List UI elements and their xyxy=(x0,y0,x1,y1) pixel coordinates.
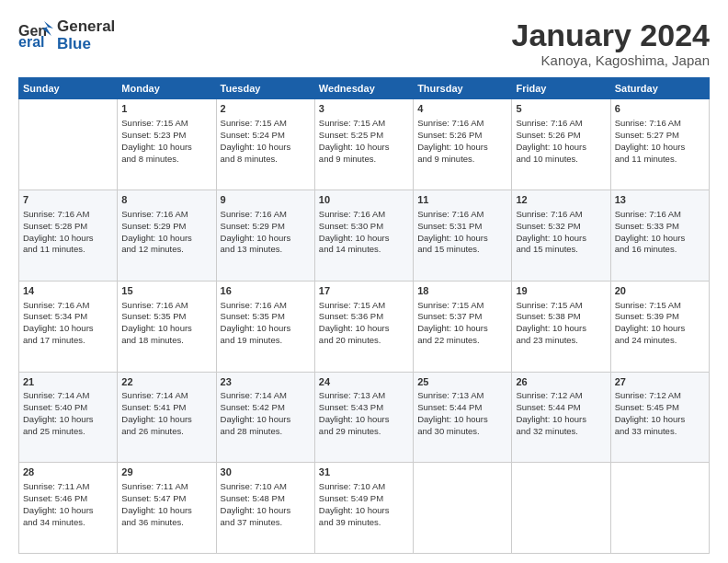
day-info-line: Sunrise: 7:16 AM xyxy=(615,209,705,221)
calendar-cell xyxy=(512,463,610,554)
day-info-line: Daylight: 10 hours xyxy=(221,414,311,426)
calendar-cell: 4Sunrise: 7:16 AMSunset: 5:26 PMDaylight… xyxy=(414,99,512,190)
day-info-line: and 24 minutes. xyxy=(615,335,705,347)
calendar-table: SundayMondayTuesdayWednesdayThursdayFrid… xyxy=(18,77,710,554)
day-number: 4 xyxy=(417,102,507,116)
calendar-cell: 3Sunrise: 7:15 AMSunset: 5:25 PMDaylight… xyxy=(314,99,413,190)
day-info-line: Sunset: 5:34 PM xyxy=(23,311,113,323)
calendar-header-row: SundayMondayTuesdayWednesdayThursdayFrid… xyxy=(19,78,710,99)
day-number: 3 xyxy=(319,102,409,116)
calendar-cell: 6Sunrise: 7:16 AMSunset: 5:27 PMDaylight… xyxy=(610,99,709,190)
calendar-cell: 1Sunrise: 7:15 AMSunset: 5:23 PMDaylight… xyxy=(118,99,216,190)
day-number: 16 xyxy=(221,284,311,298)
day-info-line: and 19 minutes. xyxy=(221,335,311,347)
day-info-line: and 36 minutes. xyxy=(121,517,211,529)
day-number: 26 xyxy=(516,375,606,389)
day-info-line: Sunset: 5:24 PM xyxy=(221,130,311,142)
day-info-line: Sunrise: 7:16 AM xyxy=(516,209,606,221)
day-info-line: Sunset: 5:41 PM xyxy=(121,402,211,414)
day-info-line: Sunrise: 7:16 AM xyxy=(516,118,606,130)
day-info-line: and 34 minutes. xyxy=(23,517,113,529)
calendar-cell: 2Sunrise: 7:15 AMSunset: 5:24 PMDaylight… xyxy=(216,99,314,190)
day-info-line: Sunrise: 7:15 AM xyxy=(319,300,409,312)
day-info-line: Sunrise: 7:15 AM xyxy=(319,118,409,130)
day-info-line: Sunset: 5:30 PM xyxy=(319,221,409,233)
calendar-cell: 29Sunrise: 7:11 AMSunset: 5:47 PMDayligh… xyxy=(118,463,216,554)
day-info-line: Sunrise: 7:16 AM xyxy=(221,209,311,221)
day-info-line: and 8 minutes. xyxy=(221,154,311,166)
logo-icon: Gen eral xyxy=(18,19,53,52)
day-number: 29 xyxy=(121,465,211,479)
day-info-line: and 12 minutes. xyxy=(121,244,211,256)
calendar-cell: 13Sunrise: 7:16 AMSunset: 5:33 PMDayligh… xyxy=(610,190,709,282)
day-info-line: and 20 minutes. xyxy=(319,335,409,347)
day-info-line: and 32 minutes. xyxy=(516,426,606,438)
day-info-line: Sunrise: 7:16 AM xyxy=(417,118,507,130)
calendar-cell: 5Sunrise: 7:16 AMSunset: 5:26 PMDaylight… xyxy=(512,99,610,190)
day-info-line: Sunset: 5:28 PM xyxy=(23,221,113,233)
day-info-line: Daylight: 10 hours xyxy=(319,142,409,154)
day-info-line: Sunrise: 7:16 AM xyxy=(23,300,113,312)
day-header-monday: Monday xyxy=(118,78,216,99)
day-info-line: Daylight: 10 hours xyxy=(221,323,311,335)
day-header-wednesday: Wednesday xyxy=(314,78,413,99)
day-info-line: and 23 minutes. xyxy=(516,335,606,347)
calendar-cell: 8Sunrise: 7:16 AMSunset: 5:29 PMDaylight… xyxy=(118,190,216,282)
day-info-line: Sunrise: 7:16 AM xyxy=(417,209,507,221)
day-info-line: Daylight: 10 hours xyxy=(615,323,705,335)
day-info-line: and 18 minutes. xyxy=(121,335,211,347)
calendar-week-1: 7Sunrise: 7:16 AMSunset: 5:28 PMDaylight… xyxy=(19,190,710,282)
day-info-line: Sunset: 5:25 PM xyxy=(319,130,409,142)
day-number: 23 xyxy=(221,375,311,389)
day-info-line: Sunset: 5:43 PM xyxy=(319,402,409,414)
calendar-week-0: 1Sunrise: 7:15 AMSunset: 5:23 PMDaylight… xyxy=(19,99,710,190)
day-number: 8 xyxy=(121,193,211,207)
logo-blue: Blue xyxy=(57,36,115,53)
day-info-line: Daylight: 10 hours xyxy=(23,323,113,335)
day-info-line: Sunrise: 7:14 AM xyxy=(221,390,311,402)
day-info-line: Sunrise: 7:15 AM xyxy=(516,300,606,312)
day-info-line: Sunrise: 7:12 AM xyxy=(516,390,606,402)
day-info-line: Sunset: 5:40 PM xyxy=(23,402,113,414)
day-info-line: and 15 minutes. xyxy=(417,244,507,256)
day-info-line: Sunrise: 7:14 AM xyxy=(121,390,211,402)
day-info-line: and 10 minutes. xyxy=(516,154,606,166)
day-number: 10 xyxy=(319,193,409,207)
header: Gen eral General Blue January 2024 Kanoy… xyxy=(18,18,710,68)
day-info-line: Sunrise: 7:16 AM xyxy=(615,118,705,130)
day-info-line: Sunset: 5:47 PM xyxy=(121,493,211,505)
calendar-cell xyxy=(19,99,118,190)
day-info-line: Daylight: 10 hours xyxy=(615,414,705,426)
page: Gen eral General Blue January 2024 Kanoy… xyxy=(0,0,728,563)
day-info-line: Sunrise: 7:11 AM xyxy=(121,481,211,493)
calendar-cell: 23Sunrise: 7:14 AMSunset: 5:42 PMDayligh… xyxy=(216,372,314,463)
day-header-tuesday: Tuesday xyxy=(216,78,314,99)
day-info-line: Sunrise: 7:16 AM xyxy=(23,209,113,221)
day-info-line: Daylight: 10 hours xyxy=(417,142,507,154)
day-info-line: Sunset: 5:49 PM xyxy=(319,493,409,505)
day-number: 19 xyxy=(516,284,606,298)
day-info-line: Daylight: 10 hours xyxy=(121,414,211,426)
day-info-line: Daylight: 10 hours xyxy=(319,505,409,517)
day-info-line: Sunset: 5:26 PM xyxy=(516,130,606,142)
day-info-line: Sunrise: 7:15 AM xyxy=(121,118,211,130)
calendar-week-2: 14Sunrise: 7:16 AMSunset: 5:34 PMDayligh… xyxy=(19,281,710,372)
day-info-line: Daylight: 10 hours xyxy=(516,323,606,335)
calendar-cell: 21Sunrise: 7:14 AMSunset: 5:40 PMDayligh… xyxy=(19,372,118,463)
calendar-cell: 28Sunrise: 7:11 AMSunset: 5:46 PMDayligh… xyxy=(19,463,118,554)
calendar-cell: 20Sunrise: 7:15 AMSunset: 5:39 PMDayligh… xyxy=(610,281,709,372)
day-info-line: Sunrise: 7:16 AM xyxy=(221,300,311,312)
day-number: 22 xyxy=(121,375,211,389)
month-title: January 2024 xyxy=(512,18,711,52)
day-header-sunday: Sunday xyxy=(19,78,118,99)
calendar-cell: 30Sunrise: 7:10 AMSunset: 5:48 PMDayligh… xyxy=(216,463,314,554)
day-number: 9 xyxy=(221,193,311,207)
day-info-line: Daylight: 10 hours xyxy=(319,323,409,335)
day-info-line: and 8 minutes. xyxy=(121,154,211,166)
calendar-cell xyxy=(414,463,512,554)
day-info-line: Sunrise: 7:15 AM xyxy=(221,118,311,130)
calendar-cell: 14Sunrise: 7:16 AMSunset: 5:34 PMDayligh… xyxy=(19,281,118,372)
day-number: 24 xyxy=(319,375,409,389)
day-info-line: and 11 minutes. xyxy=(615,154,705,166)
calendar-cell: 16Sunrise: 7:16 AMSunset: 5:35 PMDayligh… xyxy=(216,281,314,372)
